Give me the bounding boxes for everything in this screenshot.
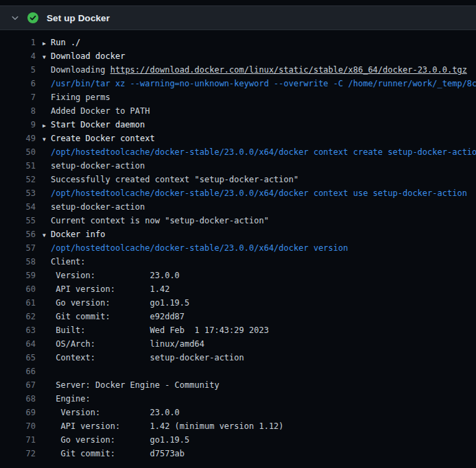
line-number[interactable]: 58 bbox=[0, 255, 36, 269]
line-number[interactable]: 66 bbox=[0, 365, 36, 378]
line-number[interactable]: 55 bbox=[0, 214, 36, 227]
line-number[interactable]: 56 bbox=[0, 227, 36, 241]
page-top-spacer bbox=[0, 0, 476, 5]
log-line: 55 Current context is now "setup-docker-… bbox=[0, 214, 476, 227]
log-line-text: Version: 23.0.0 bbox=[51, 406, 180, 419]
log-line: 51 setup-docker-action bbox=[0, 159, 476, 173]
line-number[interactable]: 50 bbox=[0, 145, 36, 159]
log-line: 53 /opt/hostedtoolcache/docker-stable/23… bbox=[0, 186, 476, 200]
log-line[interactable]: 4 ▼ Download docker bbox=[0, 49, 476, 63]
log-line-text: Docker info bbox=[51, 227, 105, 241]
log-line: 64 OS/Arch: linux/amd64 bbox=[0, 337, 476, 351]
line-number[interactable]: 51 bbox=[0, 159, 36, 173]
line-number[interactable]: 68 bbox=[0, 392, 36, 406]
line-number[interactable]: 9 bbox=[0, 118, 36, 132]
log-line-text: Context: setup-docker-action bbox=[51, 351, 244, 365]
log-line-text: Start Docker daemon bbox=[51, 118, 145, 132]
log-line-text: Server: Docker Engine - Community bbox=[51, 378, 219, 392]
log-line: 71 Go version: go1.19.5 bbox=[0, 433, 476, 447]
line-number[interactable]: 6 bbox=[0, 77, 36, 90]
log-line-text: Git commit: e92dd87 bbox=[51, 310, 185, 323]
line-number[interactable]: 53 bbox=[0, 186, 36, 200]
group-toggle-icon[interactable]: ▼ bbox=[43, 133, 51, 145]
log-line: 69 Version: 23.0.0 bbox=[0, 406, 476, 419]
log-line: 7 Fixing perms bbox=[0, 90, 476, 104]
log-line-text: Successfully created context "setup-dock… bbox=[51, 173, 298, 186]
line-number[interactable]: 52 bbox=[0, 173, 36, 186]
log-line: 61 Go version: go1.19.5 bbox=[0, 296, 476, 310]
log-line: 5 Downloading https://download.docker.co… bbox=[0, 63, 476, 77]
log-line-text: Version: 23.0.0 bbox=[51, 269, 180, 282]
log-line: 67 Server: Docker Engine - Community bbox=[0, 378, 476, 392]
line-number[interactable]: 4 bbox=[0, 49, 36, 63]
log-line: 68 Engine: bbox=[0, 392, 476, 406]
log-line-text: Built: Wed Feb 1 17:43:29 2023 bbox=[51, 323, 269, 337]
line-number[interactable]: 65 bbox=[0, 351, 36, 365]
log-line: 66 bbox=[0, 365, 476, 378]
log-line: 62 Git commit: e92dd87 bbox=[0, 310, 476, 323]
log-line-text: Download docker bbox=[51, 49, 125, 63]
log-line-text: Fixing perms bbox=[51, 90, 110, 104]
log-line: 63 Built: Wed Feb 1 17:43:29 2023 bbox=[0, 323, 476, 337]
log-line-text: Run ./ bbox=[51, 36, 80, 49]
line-number[interactable]: 59 bbox=[0, 269, 36, 282]
line-number[interactable]: 7 bbox=[0, 90, 36, 104]
log-line: 50 /opt/hostedtoolcache/docker-stable/23… bbox=[0, 145, 476, 159]
log-line: 57 /opt/hostedtoolcache/docker-stable/23… bbox=[0, 241, 476, 255]
log-line-text: OS/Arch: linux/amd64 bbox=[51, 337, 204, 351]
group-toggle-icon[interactable]: ▼ bbox=[43, 229, 51, 241]
log-line-text: API version: 1.42 bbox=[51, 282, 169, 296]
group-toggle-icon[interactable]: ▶ bbox=[43, 119, 51, 132]
line-number[interactable]: 54 bbox=[0, 200, 36, 214]
log-line-text: Engine: bbox=[51, 392, 91, 406]
log-line: 54 setup-docker-action bbox=[0, 200, 476, 214]
line-number[interactable]: 62 bbox=[0, 310, 36, 323]
check-circle-icon bbox=[27, 12, 38, 23]
log-line[interactable]: 49 ▼ Create Docker context bbox=[0, 132, 476, 145]
log-line-text: /usr/bin/tar xz --warning=no-unknown-key… bbox=[51, 77, 476, 90]
log-line-text: Git commit: d7573ab bbox=[51, 447, 185, 460]
log-lines: 1 ▶ Run ./ 4 ▼ Download docker 5 Downloa… bbox=[0, 30, 476, 460]
line-number[interactable]: 49 bbox=[0, 132, 36, 145]
log-line-text: Go version: go1.19.5 bbox=[51, 296, 189, 310]
log-line: 6 /usr/bin/tar xz --warning=no-unknown-k… bbox=[0, 77, 476, 90]
log-line-text: Create Docker context bbox=[51, 132, 155, 145]
line-number[interactable]: 72 bbox=[0, 447, 36, 460]
group-toggle-icon[interactable]: ▶ bbox=[43, 37, 51, 49]
log-line: 52 Successfully created context "setup-d… bbox=[0, 173, 476, 186]
line-number[interactable]: 63 bbox=[0, 323, 36, 337]
line-number[interactable]: 67 bbox=[0, 378, 36, 392]
log-line-text: Current context is now "setup-docker-act… bbox=[51, 214, 269, 227]
log-line: 8 Added Docker to PATH bbox=[0, 104, 476, 118]
log-line: 58 Client: bbox=[0, 255, 476, 269]
line-number[interactable]: 1 bbox=[0, 36, 36, 49]
log-url-link[interactable]: https://download.docker.com/linux/static… bbox=[110, 65, 467, 75]
log-line-text: setup-docker-action bbox=[51, 200, 145, 214]
log-line-text: /opt/hostedtoolcache/docker-stable/23.0.… bbox=[51, 241, 348, 255]
group-toggle-icon[interactable]: ▼ bbox=[43, 51, 51, 63]
log-line[interactable]: 9 ▶ Start Docker daemon bbox=[0, 118, 476, 132]
line-number[interactable]: 71 bbox=[0, 433, 36, 447]
line-number[interactable]: 64 bbox=[0, 337, 36, 351]
log-line-text: Added Docker to PATH bbox=[51, 104, 150, 118]
chevron-down-icon[interactable] bbox=[11, 14, 19, 22]
line-number[interactable]: 60 bbox=[0, 282, 36, 296]
log-line-text: setup-docker-action bbox=[51, 159, 145, 173]
log-line-text: Downloading https://download.docker.com/… bbox=[51, 63, 467, 77]
log-line: 60 API version: 1.42 bbox=[0, 282, 476, 296]
log-line[interactable]: 1 ▶ Run ./ bbox=[0, 36, 476, 49]
log-line-text: /opt/hostedtoolcache/docker-stable/23.0.… bbox=[51, 145, 476, 159]
line-number[interactable]: 8 bbox=[0, 104, 36, 118]
log-line[interactable]: 56 ▼ Docker info bbox=[0, 227, 476, 241]
line-number[interactable]: 57 bbox=[0, 241, 36, 255]
log-line: 70 API version: 1.42 (minimum version 1.… bbox=[0, 419, 476, 433]
line-number[interactable]: 69 bbox=[0, 406, 36, 419]
link-prefix-text: Downloading bbox=[51, 65, 110, 75]
log-line-text: Go version: go1.19.5 bbox=[51, 433, 189, 447]
line-number[interactable]: 5 bbox=[0, 63, 36, 77]
step-title: Set up Docker bbox=[47, 13, 110, 23]
step-header[interactable]: Set up Docker bbox=[0, 5, 476, 30]
line-number[interactable]: 61 bbox=[0, 296, 36, 310]
line-number[interactable]: 70 bbox=[0, 419, 36, 433]
log-line-text: API version: 1.42 (minimum version 1.12) bbox=[51, 419, 284, 433]
